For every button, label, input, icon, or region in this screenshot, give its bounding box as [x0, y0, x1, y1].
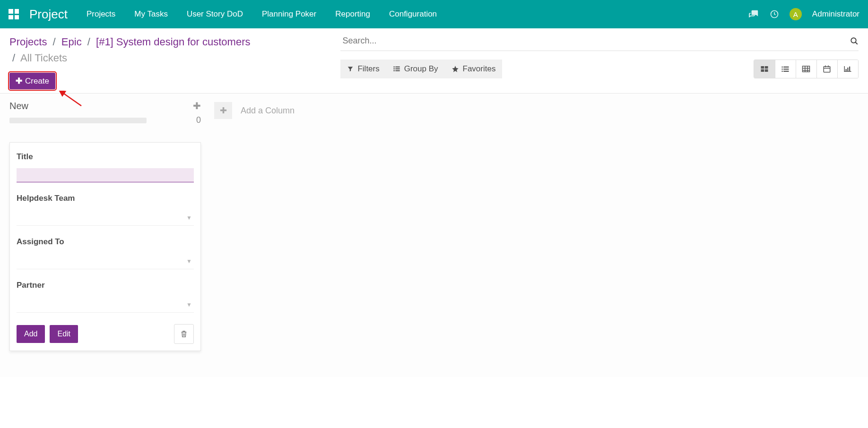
svg-rect-11: [765, 69, 768, 72]
filter-buttons: Filters Group By Favorites: [340, 60, 502, 78]
caret-down-icon: ▼: [186, 258, 192, 265]
add-column-label: Add a Column: [241, 106, 295, 116]
svg-rect-10: [761, 69, 764, 72]
svg-rect-22: [844, 66, 845, 72]
svg-rect-5: [395, 68, 399, 69]
view-chart[interactable]: [837, 60, 858, 78]
svg-rect-23: [844, 71, 851, 72]
column-progress-bar: [9, 118, 147, 123]
search-input[interactable]: [340, 36, 850, 46]
quick-create-card: Title Helpdesk Team ▼ Assigned To ▼ Part…: [9, 142, 201, 351]
svg-rect-24: [846, 69, 847, 71]
app-title: Project: [29, 7, 68, 22]
caret-down-icon: ▼: [186, 301, 192, 308]
trash-icon: [180, 330, 188, 338]
nav-item-user-story-dod[interactable]: User Story DoD: [187, 9, 243, 19]
search-icon[interactable]: [850, 37, 859, 45]
apps-icon[interactable]: [9, 9, 19, 19]
svg-rect-17: [784, 71, 789, 72]
svg-rect-20: [825, 66, 826, 68]
svg-rect-2: [393, 67, 395, 68]
partner-select[interactable]: ▼: [17, 297, 194, 313]
user-name[interactable]: Administrator: [812, 9, 859, 19]
view-switcher: [754, 60, 859, 78]
nav-item-my-tasks[interactable]: My Tasks: [134, 9, 168, 19]
svg-rect-3: [395, 67, 399, 68]
filter-icon: [347, 66, 354, 72]
svg-rect-6: [393, 70, 395, 71]
nav-items: Projects My Tasks User Story DoD Plannin…: [87, 9, 749, 19]
add-column[interactable]: ✚ Add a Column: [214, 100, 295, 119]
partner-label: Partner: [17, 281, 194, 290]
view-list[interactable]: [775, 60, 796, 78]
view-kanban[interactable]: [754, 60, 775, 78]
nav-item-planning-poker[interactable]: Planning Poker: [262, 9, 316, 19]
svg-rect-15: [784, 68, 789, 69]
view-grid[interactable]: [796, 60, 816, 78]
star-icon: [451, 65, 459, 73]
caret-down-icon: ▼: [186, 214, 192, 221]
nav-right: A Administrator: [749, 8, 859, 20]
svg-rect-26: [849, 67, 850, 71]
navbar: Project Projects My Tasks User Story DoD…: [0, 0, 868, 28]
svg-rect-18: [803, 66, 810, 72]
nav-item-configuration[interactable]: Configuration: [389, 9, 437, 19]
clock-icon[interactable]: [770, 9, 779, 19]
edit-button[interactable]: Edit: [50, 325, 78, 343]
column-title: New: [9, 101, 28, 111]
delete-button[interactable]: [174, 324, 194, 344]
list-icon: [393, 66, 400, 72]
search-wrap: [340, 34, 859, 51]
assigned-label: Assigned To: [17, 237, 194, 247]
title-input[interactable]: [17, 168, 194, 182]
svg-rect-12: [782, 67, 783, 68]
kanban-board: New ✚ 0 Title Helpdesk Team ▼ Assigned T…: [0, 94, 868, 377]
favorites-label: Favorites: [463, 64, 496, 74]
create-label: Create: [25, 77, 49, 86]
assigned-select[interactable]: ▼: [17, 253, 194, 269]
svg-rect-13: [784, 67, 789, 68]
filters-label: Filters: [357, 64, 379, 74]
svg-rect-8: [761, 66, 764, 68]
breadcrumb-epic[interactable]: Epic: [61, 36, 82, 48]
title-label: Title: [17, 152, 194, 162]
control-panel: Projects / Epic / [#1] System design for…: [0, 28, 868, 94]
groupby-button[interactable]: Group By: [386, 60, 445, 78]
svg-rect-14: [782, 68, 783, 69]
breadcrumb: Projects / Epic / [#1] System design for…: [9, 34, 340, 66]
column-count: 0: [196, 115, 201, 125]
plus-icon: ✚: [16, 76, 22, 86]
svg-rect-7: [395, 70, 399, 71]
view-calendar[interactable]: [816, 60, 837, 78]
add-button[interactable]: Add: [17, 325, 45, 343]
nav-item-reporting[interactable]: Reporting: [335, 9, 370, 19]
svg-rect-16: [782, 71, 783, 72]
svg-rect-21: [828, 66, 829, 68]
svg-point-1: [851, 38, 856, 43]
column-add-icon[interactable]: ✚: [193, 100, 201, 111]
nav-item-projects[interactable]: Projects: [87, 9, 115, 19]
kanban-column-new: New ✚ 0 Title Helpdesk Team ▼ Assigned T…: [9, 100, 201, 351]
svg-rect-25: [848, 68, 849, 71]
add-column-plus-icon[interactable]: ✚: [214, 102, 232, 119]
breadcrumb-projects[interactable]: Projects: [9, 36, 47, 48]
filters-button[interactable]: Filters: [340, 60, 386, 78]
breadcrumb-tail: All Tickets: [20, 52, 67, 64]
avatar[interactable]: A: [790, 8, 802, 20]
breadcrumb-item[interactable]: [#1] System design for customers: [96, 36, 250, 48]
groupby-label: Group By: [404, 64, 438, 74]
svg-rect-9: [765, 66, 768, 68]
favorites-button[interactable]: Favorites: [445, 60, 503, 78]
svg-rect-19: [824, 67, 831, 72]
create-button[interactable]: ✚ Create: [9, 73, 55, 89]
helpdesk-select[interactable]: ▼: [17, 210, 194, 226]
svg-rect-4: [393, 68, 395, 69]
messages-icon[interactable]: [749, 9, 759, 19]
helpdesk-label: Helpdesk Team: [17, 194, 194, 203]
